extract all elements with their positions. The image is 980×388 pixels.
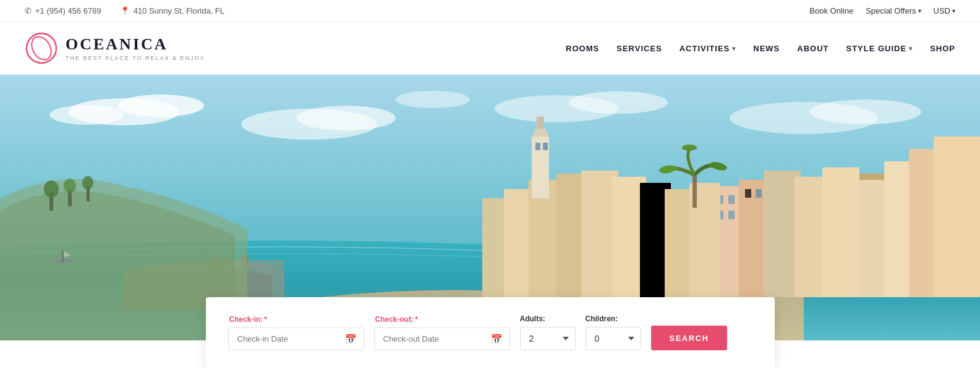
search-button[interactable]: SEARCH: [651, 326, 728, 350]
svg-rect-52: [692, 174, 697, 208]
svg-rect-57: [62, 251, 64, 262]
checkin-input-wrap: 📅: [228, 327, 364, 350]
nav-rooms[interactable]: ROOMS: [566, 44, 599, 53]
children-label: Children:: [586, 314, 641, 323]
logo-icon: [25, 32, 58, 65]
checkout-input-wrap: 📅: [374, 327, 510, 350]
svg-rect-44: [535, 143, 540, 150]
currency-chevron-icon: ▾: [952, 7, 955, 14]
adults-label: Adults:: [520, 314, 576, 323]
svg-point-9: [569, 91, 668, 114]
currency-label: USD: [934, 6, 950, 15]
svg-point-49: [64, 179, 76, 193]
special-offers-label: Special Offers: [866, 6, 916, 15]
book-online-link[interactable]: Book Online: [809, 6, 853, 15]
svg-point-51: [82, 176, 93, 190]
checkin-required: *: [264, 315, 267, 324]
special-offers-dropdown[interactable]: Special Offers ▾: [866, 6, 921, 15]
svg-point-5: [49, 105, 124, 125]
style-guide-chevron-icon: ▾: [909, 45, 913, 52]
svg-point-55: [682, 145, 697, 151]
svg-rect-31: [756, 189, 762, 198]
logo-name: OCEANICA: [66, 35, 205, 54]
children-select[interactable]: 0 1 2 3 4: [586, 327, 641, 350]
logo-tagline: THE BEST PLACE TO RELAX & ENJOY: [66, 55, 205, 61]
checkout-field: Check-out:* 📅: [374, 315, 510, 350]
phone-icon: ✆: [25, 6, 32, 15]
logo-area: OCEANICA THE BEST PLACE TO RELAX & ENJOY: [25, 32, 205, 65]
search-bar: Check-in:* 📅 Check-out:* 📅 Adults: 1 2 3…: [206, 297, 775, 368]
svg-point-11: [810, 99, 921, 124]
phone-item: ✆ +1 (954) 456 6789: [25, 6, 101, 15]
checkin-input[interactable]: [228, 327, 364, 350]
checkout-label: Check-out:*: [374, 315, 510, 324]
top-bar-right: Book Online Special Offers ▾ USD ▾: [809, 6, 955, 15]
svg-point-47: [44, 180, 59, 198]
nav-shop[interactable]: SHOP: [930, 44, 955, 53]
location-icon: 📍: [120, 6, 130, 15]
svg-rect-20: [934, 137, 980, 297]
address-text: 410 Sunny St, Florida, FL: [134, 6, 224, 15]
svg-point-7: [297, 106, 396, 130]
svg-rect-25: [822, 167, 859, 297]
svg-rect-45: [543, 143, 548, 150]
main-nav: ROOMS SERVICES ACTIVITIES ▾ NEWS ABOUT S…: [566, 44, 955, 53]
checkin-label: Check-in:*: [228, 315, 364, 324]
adults-field: Adults: 1 2 3 4 5: [520, 314, 576, 350]
top-bar: ✆ +1 (954) 456 6789 📍 410 Sunny St, Flor…: [0, 0, 980, 22]
nav-activities[interactable]: ACTIVITIES ▾: [680, 44, 736, 53]
address-item: 📍 410 Sunny St, Florida, FL: [120, 6, 224, 15]
svg-rect-27: [728, 195, 735, 204]
logo-text: OCEANICA THE BEST PLACE TO RELAX & ENJOY: [66, 35, 205, 61]
svg-point-4: [117, 95, 204, 117]
activities-chevron-icon: ▾: [732, 45, 736, 52]
special-offers-chevron-icon: ▾: [918, 7, 921, 14]
checkin-field: Check-in:* 📅: [228, 315, 364, 350]
adults-select[interactable]: 1 2 3 4 5: [520, 327, 576, 350]
nav-style-guide[interactable]: STYLE GUIDE ▾: [846, 44, 913, 53]
phone-number: +1 (954) 456 6789: [35, 6, 101, 15]
currency-dropdown[interactable]: USD ▾: [934, 6, 955, 15]
svg-point-12: [396, 91, 470, 108]
nav-about[interactable]: ABOUT: [797, 44, 829, 53]
top-bar-left: ✆ +1 (954) 456 6789 📍 410 Sunny St, Flor…: [25, 6, 224, 15]
nav-news[interactable]: NEWS: [753, 44, 780, 53]
checkout-input[interactable]: [374, 327, 510, 350]
checkout-required: *: [415, 315, 418, 324]
header: OCEANICA THE BEST PLACE TO RELAX & ENJOY…: [0, 22, 980, 75]
children-field: Children: 0 1 2 3 4: [586, 314, 641, 350]
svg-rect-30: [745, 189, 751, 198]
svg-rect-43: [537, 117, 544, 129]
nav-services[interactable]: SERVICES: [616, 44, 662, 53]
svg-rect-29: [728, 211, 735, 219]
